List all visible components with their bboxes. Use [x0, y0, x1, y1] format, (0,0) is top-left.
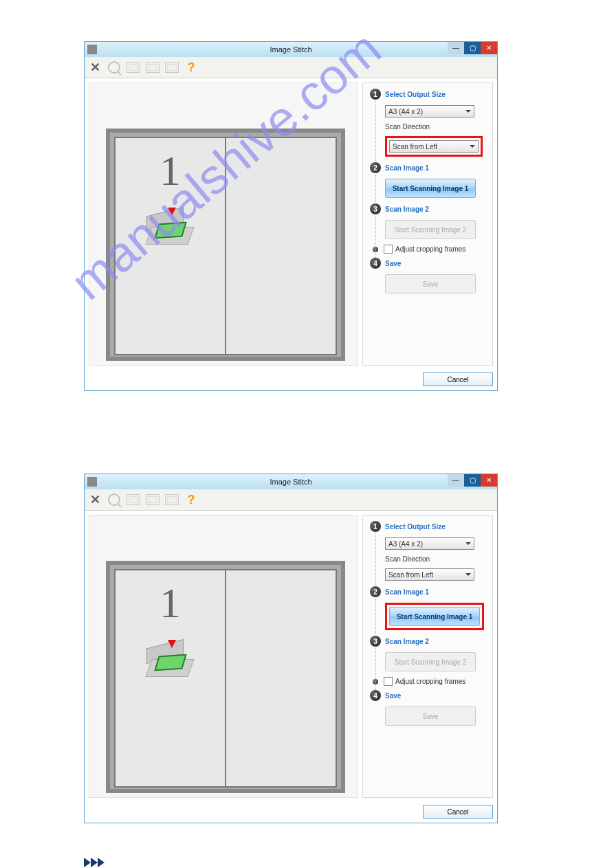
step-1-label: Select Output Size [385, 91, 446, 98]
window-title: Image Stitch [85, 45, 497, 54]
step-badge-1: 1 [370, 89, 381, 100]
settings-panel: 1Select Output Size A3 (A4 x 2) Scan Dir… [362, 515, 493, 798]
close-button[interactable]: ✕ [481, 474, 497, 487]
step-4-label: Save [385, 692, 401, 700]
scan-direction-value: Scan from Left [393, 143, 437, 151]
scanner-illustration [143, 641, 198, 682]
maximize-button[interactable]: ▢ [464, 474, 481, 487]
step-badge-2: 2 [370, 586, 381, 597]
toolbar: ✕ ? [85, 489, 497, 511]
step-badge-4: 4 [370, 258, 381, 269]
titlebar: Image Stitch — ▢ ✕ [85, 474, 497, 489]
help-icon[interactable]: ? [182, 491, 200, 509]
svg-marker-2 [98, 858, 105, 867]
step-dot [373, 679, 378, 685]
highlight-box: Start Scanning Image 1 [385, 603, 484, 630]
step-badge-1: 1 [370, 521, 381, 532]
step-badge-3: 3 [370, 636, 381, 647]
toolbar: ✕ ? [85, 57, 497, 78]
chevron-down-icon [470, 145, 475, 148]
step-2-label: Scan Image 1 [385, 164, 429, 172]
scan-direction-value: Scan from Left [388, 571, 433, 579]
step-badge-3: 3 [370, 203, 381, 214]
chevron-down-icon [465, 110, 471, 113]
step-2-label: Scan Image 1 [385, 588, 429, 596]
scan-direction-label: Scan Direction [385, 123, 487, 131]
thumb-icon[interactable] [144, 491, 162, 509]
start-scan-1-button[interactable]: Start Scanning Image 1 [389, 607, 480, 626]
scan-direction-select[interactable]: Scan from Left [385, 568, 474, 581]
step-dot [373, 247, 378, 252]
output-size-select[interactable]: A3 (A4 x 2) [385, 105, 474, 118]
highlight-box: Scan from Left [385, 136, 483, 157]
chevron-down-icon [465, 573, 471, 576]
start-scan-1-button[interactable]: Start Scanning Image 1 [385, 179, 476, 198]
thumb-icon[interactable] [144, 58, 162, 76]
screenshot-2: Image Stitch — ▢ ✕ ✕ ? 1 [84, 474, 498, 823]
screenshot-1: Image Stitch — ▢ ✕ ✕ ? 1 [84, 41, 498, 391]
minimize-button[interactable]: — [448, 474, 464, 487]
scan-direction-select[interactable]: Scan from Left [389, 140, 479, 153]
page-number: 1 [160, 146, 181, 195]
minimize-button[interactable]: — [448, 42, 464, 54]
preview-area: 1 [89, 515, 358, 798]
step-3-label: Scan Image 2 [385, 205, 429, 213]
step-3-label: Scan Image 2 [385, 638, 429, 645]
note-chevrons-icon [84, 858, 614, 867]
adjust-crop-label: Adjust cropping frames [395, 245, 465, 253]
thumb-icon[interactable] [124, 491, 142, 509]
thumb-icon[interactable] [124, 58, 142, 76]
zoom-icon[interactable] [105, 58, 123, 76]
adjust-crop-checkbox[interactable] [384, 245, 393, 254]
svg-marker-0 [84, 858, 91, 867]
close-icon[interactable]: ✕ [86, 491, 104, 509]
window-title: Image Stitch [85, 478, 497, 486]
close-icon[interactable]: ✕ [86, 58, 104, 76]
cancel-button[interactable]: Cancel [423, 372, 493, 386]
adjust-crop-label: Adjust cropping frames [395, 678, 465, 685]
thumb-icon[interactable] [163, 491, 181, 509]
save-button[interactable]: Save [385, 706, 476, 726]
save-button[interactable]: Save [385, 274, 476, 293]
output-size-value: A3 (A4 x 2) [388, 108, 423, 115]
scanner-illustration [143, 209, 198, 250]
chevron-down-icon [465, 542, 471, 545]
close-button[interactable]: ✕ [481, 42, 497, 54]
cancel-button[interactable]: Cancel [423, 805, 493, 819]
step-badge-4: 4 [370, 690, 381, 701]
page-number: 1 [160, 579, 181, 627]
adjust-crop-checkbox[interactable] [384, 677, 393, 686]
maximize-button[interactable]: ▢ [464, 42, 481, 54]
start-scan-2-button[interactable]: Start Scanning Image 2 [385, 220, 476, 239]
output-size-select[interactable]: A3 (A4 x 2) [385, 537, 474, 550]
titlebar: Image Stitch — ▢ ✕ [85, 42, 497, 57]
help-icon[interactable]: ? [182, 58, 200, 76]
output-size-value: A3 (A4 x 2) [388, 540, 423, 548]
step-4-label: Save [385, 260, 401, 267]
zoom-icon[interactable] [105, 491, 123, 509]
start-scan-2-button[interactable]: Start Scanning Image 2 [385, 652, 476, 671]
step-1-label: Select Output Size [385, 523, 446, 531]
settings-panel: 1Select Output Size A3 (A4 x 2) Scan Dir… [362, 82, 493, 366]
thumb-icon[interactable] [163, 58, 181, 76]
step-badge-2: 2 [370, 162, 381, 173]
scan-direction-label: Scan Direction [385, 555, 487, 563]
svg-marker-1 [91, 858, 98, 867]
preview-area: 1 [89, 82, 358, 366]
